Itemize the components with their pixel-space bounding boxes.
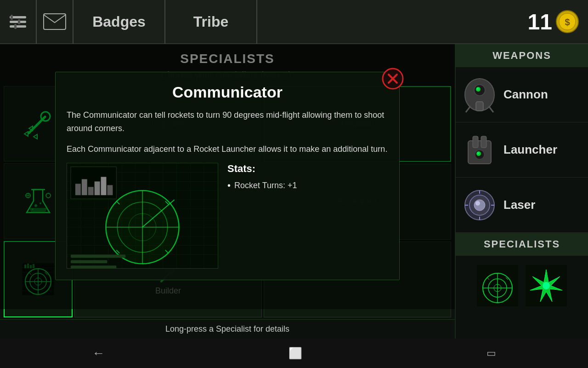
svg-rect-118 [71,266,116,269]
top-bar: Badges Tribe 11 $ [0,0,588,44]
weapon-launcher[interactable]: Launcher [456,122,588,178]
svg-rect-4 [18,19,20,24]
tribe-label: Tribe [193,13,228,30]
svg-rect-52 [481,136,486,148]
popup-box: Communicator The Communicator can tell r… [55,72,400,280]
mail-button[interactable] [37,0,74,44]
weapon-laser[interactable]: Laser [456,178,588,233]
recents-button[interactable]: ▭ [486,347,496,359]
right-specialists-title: SPECIALISTS [456,233,588,256]
popup-desc1: The Communicator can tell rockets to tur… [67,109,388,135]
cannon-label: Cannon [503,87,548,102]
coin-icon: $ [556,10,579,33]
badges-tab[interactable]: Badges [74,0,165,44]
svg-point-73 [543,282,550,289]
back-button[interactable]: ← [92,346,105,361]
android-nav: ← ⬜ ▭ [0,339,588,368]
launcher-icon [461,132,498,168]
svg-point-58 [474,200,485,211]
score-number: 11 [528,9,552,34]
svg-rect-116 [71,255,125,258]
popup-radar-svg [67,163,218,269]
popup-overlay: Communicator The Communicator can tell r… [0,44,455,309]
svg-rect-47 [476,102,483,111]
specialist-spark-icon[interactable] [526,265,567,306]
popup-stat-item: • Rocket Turns: +1 [227,180,388,191]
cannon-icon [461,76,498,113]
specialist-icons-row [456,256,588,316]
svg-rect-117 [71,260,107,264]
mail-icon [43,13,66,30]
svg-rect-6 [44,14,66,29]
home-button[interactable]: ⬜ [288,347,302,360]
laser-icon [461,187,498,224]
svg-rect-104 [107,185,113,196]
close-icon [382,68,404,90]
svg-rect-100 [82,179,87,196]
svg-rect-2 [10,25,26,28]
svg-rect-102 [95,182,100,196]
svg-rect-99 [75,184,81,196]
svg-rect-101 [88,187,94,196]
svg-point-59 [475,201,480,206]
svg-rect-3 [11,15,13,20]
popup-image [67,163,218,269]
right-panel: WEAPONS Cannon [455,44,588,339]
specialists-footer: Long-press a Specialist for details [0,319,455,339]
weapons-title: WEAPONS [456,44,588,67]
svg-line-48 [466,106,470,112]
popup-stats: Stats: • Rocket Turns: +1 [227,163,388,269]
stat-label: Rocket Turns: +1 [234,181,297,190]
svg-point-46 [477,88,479,90]
popup-stats-title: Stats: [227,163,388,175]
settings-icon [8,12,28,32]
popup-title: Communicator [67,83,388,101]
score-area: 11 $ [528,9,588,34]
specialist-radar-icon[interactable] [477,265,518,306]
popup-close-button[interactable] [382,68,404,90]
tribe-tab[interactable]: Tribe [165,0,257,44]
stat-bullet: • [227,180,231,191]
svg-rect-5 [14,24,17,29]
svg-text:$: $ [565,17,570,27]
settings-button[interactable] [0,0,37,44]
popup-body: Stats: • Rocket Turns: +1 [67,163,388,269]
launcher-label: Launcher [503,143,557,157]
weapon-cannon[interactable]: Cannon [456,67,588,122]
svg-line-49 [489,106,493,112]
laser-label: Laser [503,198,535,212]
badges-label: Badges [92,13,146,30]
svg-rect-103 [101,177,107,196]
svg-point-55 [477,152,479,154]
main-wrapper: SPECIALISTS Choose your specialists (Max… [0,44,588,339]
svg-rect-51 [473,136,478,148]
popup-desc2: Each Communicator adjacent to a Rocket L… [67,143,388,156]
